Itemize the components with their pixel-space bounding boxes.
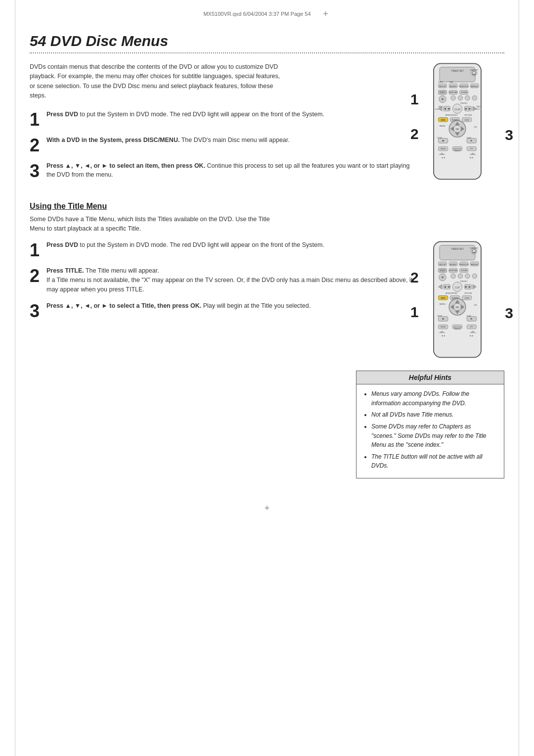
svg-point-27 xyxy=(465,95,470,100)
svg-text:■: ■ xyxy=(442,139,444,142)
svg-text:►►: ►► xyxy=(464,106,471,111)
hint-item-1: Menus vary among DVDs. Follow the inform… xyxy=(371,389,497,408)
svg-text:STOP: STOP xyxy=(437,315,442,317)
svg-text:ANGLE: ANGLE xyxy=(471,85,478,88)
svg-text:TIMER SET: TIMER SET xyxy=(451,248,464,250)
svg-text:VCR: VCR xyxy=(465,119,469,121)
step-3-bold: Press ▲, ▼, ◄, or ► to select an item, t… xyxy=(46,162,205,169)
remote-label-2-2: 1 xyxy=(410,305,419,320)
svg-text:TIMER SET: TIMER SET xyxy=(451,70,464,72)
svg-text:◄◄: ◄◄ xyxy=(443,106,450,111)
title-step-2-bold: Press TITLE. xyxy=(46,267,84,274)
svg-text:RETURN: RETURN xyxy=(464,292,472,294)
svg-text:MODE/SPEED: MODE/SPEED xyxy=(445,114,457,116)
svg-point-25 xyxy=(451,95,456,100)
svg-text:■: ■ xyxy=(442,317,444,320)
title-menu-section: Using the Title Menu Some DVDs have a Ti… xyxy=(30,202,504,361)
svg-text:OK: OK xyxy=(474,126,477,128)
step-number-3: 3 xyxy=(30,162,41,180)
hints-list: Menus vary among DVDs. Follow the inform… xyxy=(363,389,497,471)
title-step-row-2: 2 Press TITLE. The Title menu will appea… xyxy=(30,266,415,294)
remote-label-3: 3 xyxy=(505,127,513,143)
svg-text:ZOOM: ZOOM xyxy=(461,270,467,272)
title-step-content-2: Press TITLE. The Title menu will appear.… xyxy=(46,266,415,294)
section-intro: DVDs contain menus that describe the con… xyxy=(30,62,287,101)
remote-step-labels-1: 1 2 xyxy=(410,92,419,142)
svg-text:CLR: CLR xyxy=(454,108,461,111)
svg-text:PLAY: PLAY xyxy=(467,137,472,139)
svg-text:FF: FF xyxy=(470,147,473,150)
svg-text:SUBTITLE: SUBTITLE xyxy=(459,85,469,88)
svg-text:►►: ►► xyxy=(464,284,471,289)
svg-text:PAUSE: PAUSE xyxy=(454,150,461,152)
title-step-number-3: 3 xyxy=(30,302,41,320)
svg-text:OK: OK xyxy=(474,304,477,306)
svg-text:AUDIO: AUDIO xyxy=(450,85,457,88)
svg-text:PRESET: PRESET xyxy=(460,281,468,283)
title-step-2-rest: The Title menu will appear. xyxy=(84,267,159,274)
title-step-number-2: 2 xyxy=(30,267,41,285)
svg-text:DVD: DVD xyxy=(441,119,445,121)
hint-item-4: The TITLE button will not be active with… xyxy=(371,452,497,471)
svg-point-101 xyxy=(465,274,470,279)
step-number-1: 1 xyxy=(30,111,41,129)
svg-text:REW: REW xyxy=(441,326,445,329)
svg-text:◄◄: ◄◄ xyxy=(441,156,445,159)
step-number-2: 2 xyxy=(30,137,41,154)
svg-text:REW: REW xyxy=(441,147,445,150)
svg-text:DVD: DVD xyxy=(441,297,445,299)
svg-text:RETURN: RETURN xyxy=(464,114,472,116)
remote-svg-1: TIMER SET STANDBY ON SETUP AUDIO SUBTITL… xyxy=(425,62,490,181)
hint-item-3: Some DVDs may refer to Chapters as "scen… xyxy=(371,422,497,450)
svg-text:STANDBY: STANDBY xyxy=(470,69,478,71)
svg-text:PLAY: PLAY xyxy=(467,315,472,317)
svg-point-102 xyxy=(472,274,477,279)
svg-text:PAUSE: PAUSE xyxy=(454,328,461,330)
crosshair-icon xyxy=(321,9,331,19)
remote-label-2: 2 xyxy=(410,127,419,142)
svg-text:DISPLAY: DISPLAY xyxy=(449,270,458,272)
svg-text:STANDBY: STANDBY xyxy=(470,247,478,249)
svg-text:OK: OK xyxy=(456,306,460,309)
svg-point-26 xyxy=(458,95,463,100)
svg-text:EXIT: EXIT xyxy=(440,270,445,272)
svg-text:◄◄: ◄◄ xyxy=(441,335,445,337)
chapter-divider xyxy=(30,52,504,53)
svg-text:DATE: DATE xyxy=(439,81,444,83)
title-step-row-3: 3 Press ▲, ▼, ◄, or ► to select a Title,… xyxy=(30,301,415,320)
svg-text:SETUP: SETUP xyxy=(439,263,446,266)
hints-content: Menus vary among DVDs. Follow the inform… xyxy=(356,384,504,478)
svg-text:ANGLE: ANGLE xyxy=(471,263,478,266)
step-1-bold: Press DVD xyxy=(46,111,78,118)
svg-text:▼CH: ▼CH xyxy=(475,108,480,110)
step-2-bold: With a DVD in the System, press DISC/MEN… xyxy=(46,137,179,143)
hint-item-2: Not all DVDs have Title menus. xyxy=(371,410,497,420)
svg-text:MODE/SPEED: MODE/SPEED xyxy=(445,292,457,294)
svg-text:SUBTITLE: SUBTITLE xyxy=(459,263,469,266)
svg-text:AUDIO: AUDIO xyxy=(450,263,457,266)
step-1-rest: to put the System in DVD mode. The red D… xyxy=(78,111,324,118)
svg-point-98 xyxy=(442,276,444,279)
remote-label-2-3: 3 xyxy=(505,305,513,322)
svg-text:►►: ►► xyxy=(470,156,474,159)
title-step-1-bold: Press DVD xyxy=(46,241,78,248)
remote-step-labels-2: 2 1 xyxy=(410,270,419,320)
hints-title: Helpful Hints xyxy=(356,371,504,384)
step-row-3: 3 Press ▲, ▼, ◄, or ► to select an item,… xyxy=(30,161,415,180)
svg-point-24 xyxy=(442,98,444,100)
svg-text:FF: FF xyxy=(470,326,473,329)
chapter-number: 54 xyxy=(30,33,46,49)
title-step-row-1: 1 Press DVD to put the System in DVD mod… xyxy=(30,240,415,259)
title-step-number-1: 1 xyxy=(30,241,41,259)
page-header: MX5100VR.qxd 6/04/2004 3:37 PM Page 54 xyxy=(0,0,534,23)
step-content-1: Press DVD to put the System in DVD mode.… xyxy=(46,110,324,119)
svg-text:ZOOM: ZOOM xyxy=(461,91,467,94)
svg-text:STOP: STOP xyxy=(437,137,442,139)
svg-text:OK: OK xyxy=(456,128,460,131)
svg-point-99 xyxy=(451,274,456,279)
svg-text:VCR: VCR xyxy=(465,297,469,299)
sub-section-intro: Some DVDs have a Title Menu, which lists… xyxy=(30,215,287,234)
svg-text:CLR: CLR xyxy=(455,286,460,289)
step-row-1: 1 Press DVD to put the System in DVD mod… xyxy=(30,110,415,129)
title-step-3-bold: Press ▲, ▼, ◄, or ► to select a Title, t… xyxy=(46,302,201,309)
